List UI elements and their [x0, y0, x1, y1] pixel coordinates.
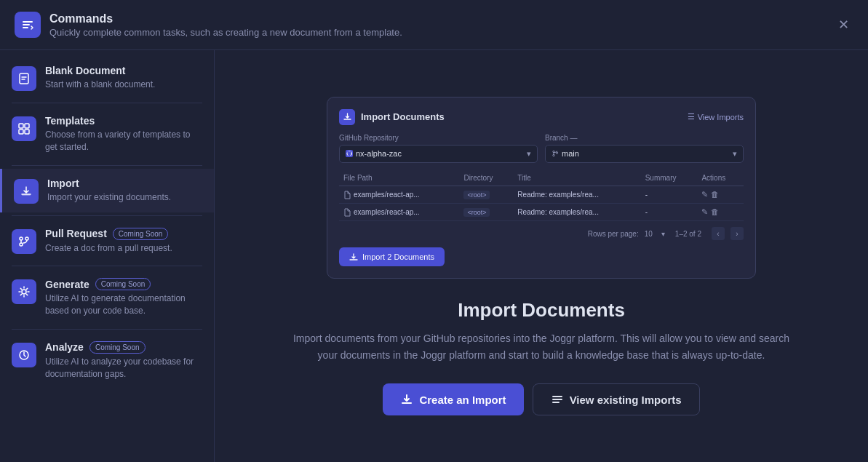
- col-dir: Directory: [459, 170, 513, 186]
- preview-title: Import Documents: [361, 111, 445, 122]
- import-content: Import Import your existing documents.: [47, 178, 202, 204]
- delete-button-2[interactable]: 🗑: [711, 207, 719, 217]
- templates-content: Templates Choose from a variety of templ…: [45, 115, 202, 154]
- sidebar: Blank Document Start with a blank docume…: [0, 50, 215, 462]
- generate-content: Generate Coming Soon Utilize AI to gener…: [45, 278, 202, 317]
- table-row: examples/react-ap... <root> Readme: exam…: [339, 186, 744, 204]
- svg-point-9: [22, 290, 26, 294]
- divider-3: [12, 215, 202, 216]
- analyze-icon: [12, 343, 36, 367]
- view-existing-imports-button[interactable]: View existing Imports: [533, 383, 700, 415]
- preview-import-icon: [339, 109, 355, 125]
- pagination-info: 1–2 of 2: [675, 230, 701, 238]
- view-imports-button[interactable]: ☰ View Imports: [688, 112, 744, 122]
- blank-document-title: Blank Document: [45, 65, 202, 76]
- cell-dir: <root>: [459, 204, 513, 221]
- generate-badge: Coming Soon: [95, 278, 151, 290]
- divider-1: [12, 103, 202, 103]
- pull-request-desc: Create a doc from a pull request.: [45, 242, 202, 255]
- templates-icon: [12, 116, 36, 141]
- blank-document-content: Blank Document Start with a blank docume…: [45, 65, 202, 91]
- cell-title: Readme: examples/rea...: [513, 204, 641, 221]
- analyze-content: Analyze Coming Soon Utilize AI to analyz…: [45, 341, 202, 381]
- templates-title: Templates: [45, 115, 202, 127]
- branch-field: Branch — main ▾: [545, 134, 744, 163]
- import-documents-button[interactable]: Import 2 Documents: [339, 247, 445, 266]
- svg-rect-0: [20, 73, 28, 84]
- generate-desc: Utilize AI to generate documentation bas…: [45, 292, 202, 317]
- blank-document-icon: [12, 66, 36, 91]
- cell-file: examples/react-ap...: [339, 204, 459, 221]
- col-file: File Path: [339, 170, 459, 186]
- create-import-icon: [400, 393, 413, 406]
- analyze-badge: Coming Soon: [89, 341, 146, 354]
- branch-label: Branch —: [545, 134, 744, 142]
- create-import-button[interactable]: Create an Import: [383, 383, 523, 415]
- col-actions: Actions: [697, 170, 744, 186]
- pull-request-title: Pull Request Coming Soon: [45, 228, 202, 240]
- cell-summary: -: [641, 186, 698, 204]
- branch-icon: [552, 150, 559, 157]
- modal-title: Commands: [49, 12, 833, 25]
- modal-body: Blank Document Start with a blank docume…: [0, 50, 868, 462]
- branch-select[interactable]: main ▾: [545, 145, 744, 163]
- sidebar-item-pull-request[interactable]: Pull Request Coming Soon Create a doc fr…: [0, 219, 214, 263]
- preview-form: GitHub Repository nx-alpha-zac ▾: [339, 134, 744, 163]
- table-footer: Rows per page: 10 ▾ 1–2 of 2 ‹ ›: [339, 221, 744, 240]
- view-imports-icon: [551, 393, 564, 406]
- pull-request-badge: Coming Soon: [113, 228, 169, 240]
- pull-request-content: Pull Request Coming Soon Create a doc fr…: [45, 228, 202, 255]
- next-page-button[interactable]: ›: [730, 227, 744, 240]
- github-label: GitHub Repository: [339, 134, 538, 142]
- pull-request-icon: [12, 229, 36, 254]
- cell-title: Readme: examples/rea...: [513, 186, 641, 204]
- commands-icon: [15, 12, 41, 38]
- import-title: Import: [47, 178, 202, 189]
- sidebar-item-blank-document[interactable]: Blank Document Start with a blank docume…: [0, 56, 214, 100]
- svg-rect-2: [25, 124, 29, 128]
- modal-header: Commands Quickly complete common tasks, …: [0, 0, 868, 50]
- cell-summary: -: [641, 204, 698, 221]
- github-select[interactable]: nx-alpha-zac ▾: [339, 145, 538, 163]
- col-title: Title: [513, 170, 641, 186]
- table-row: examples/react-ap... <root> Readme: exam…: [339, 204, 744, 221]
- svg-rect-4: [25, 130, 29, 134]
- edit-button-2[interactable]: ✎: [701, 207, 708, 217]
- action-buttons: Create an Import View existing Imports: [383, 383, 699, 415]
- main-content: Import Documents ☰ View Imports GitHub R…: [215, 50, 868, 462]
- sidebar-item-generate[interactable]: Generate Coming Soon Utilize AI to gener…: [0, 269, 214, 326]
- sidebar-item-templates[interactable]: Templates Choose from a variety of templ…: [0, 106, 214, 162]
- import-small-icon: [349, 252, 358, 261]
- page-description: Import documents from your GitHub reposi…: [287, 330, 796, 363]
- modal-container: Commands Quickly complete common tasks, …: [0, 0, 868, 462]
- cell-actions: ✎ 🗑: [697, 186, 744, 204]
- svg-rect-1: [19, 124, 23, 128]
- github-icon: [346, 150, 353, 157]
- blank-document-desc: Start with a blank document.: [45, 79, 202, 91]
- preview-header: Import Documents ☰ View Imports: [339, 109, 744, 125]
- divider-4: [12, 266, 202, 266]
- divider-5: [12, 329, 202, 330]
- close-button[interactable]: ✕: [833, 15, 853, 35]
- svg-rect-3: [19, 130, 23, 134]
- prev-page-button[interactable]: ‹: [712, 227, 725, 240]
- page-heading: Import Documents: [458, 299, 625, 322]
- generate-icon: [12, 279, 36, 304]
- import-icon: [14, 179, 39, 204]
- cell-dir: <root>: [459, 186, 513, 204]
- preview-card: Import Documents ☰ View Imports GitHub R…: [327, 97, 756, 279]
- edit-button-1[interactable]: ✎: [701, 190, 708, 199]
- file-icon: [343, 191, 351, 199]
- sidebar-item-analyze[interactable]: Analyze Coming Soon Utilize AI to analyz…: [0, 332, 214, 389]
- analyze-title: Analyze Coming Soon: [45, 341, 202, 354]
- rows-per-page-value: 10: [645, 230, 653, 238]
- preview-title-row: Import Documents: [339, 109, 445, 125]
- list-icon: ☰: [688, 112, 695, 122]
- sidebar-item-import[interactable]: Import Import your existing documents.: [0, 169, 214, 212]
- github-repo-field: GitHub Repository nx-alpha-zac ▾: [339, 134, 538, 163]
- modal-subtitle: Quickly complete common tasks, such as c…: [49, 27, 833, 38]
- svg-rect-5: [22, 194, 31, 196]
- rows-per-page-label: Rows per page:: [588, 230, 639, 238]
- delete-button-1[interactable]: 🗑: [711, 190, 719, 199]
- templates-desc: Choose from a variety of templates to ge…: [45, 129, 202, 154]
